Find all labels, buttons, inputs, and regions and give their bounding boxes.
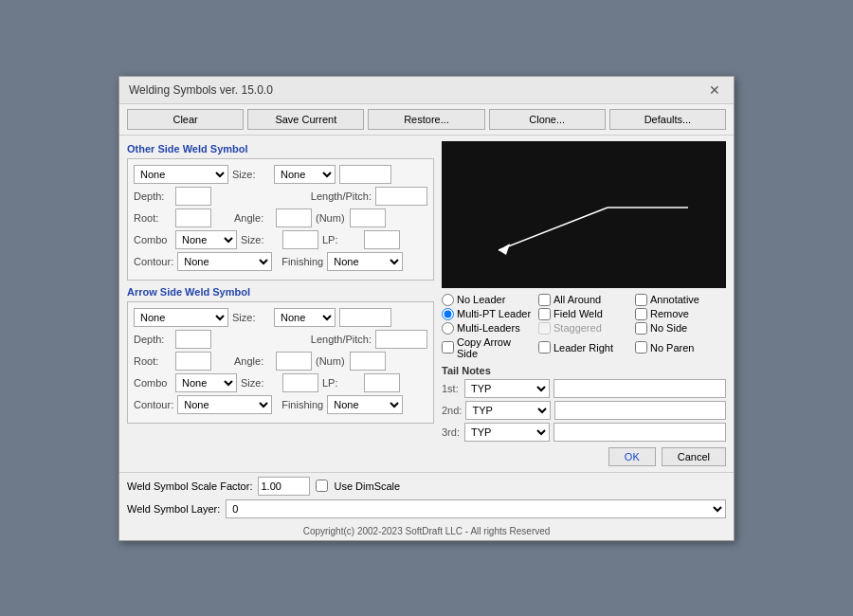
field-weld-option[interactable]: Field Weld	[538, 308, 629, 320]
tail-3rd-label: 3rd:	[442, 426, 461, 438]
staggered-label: Staggered	[554, 322, 602, 334]
leader-right-label: Leader Right	[554, 342, 613, 353]
multi-pt-radio[interactable]	[442, 308, 454, 320]
layer-row: Weld Symbol Layer: 0	[127, 499, 726, 518]
tail-row-2: 2nd: TYP	[442, 401, 726, 420]
layer-label: Weld Symbol Layer:	[127, 503, 220, 515]
close-button[interactable]: ✕	[705, 82, 724, 98]
arrow-side-weld-type[interactable]: None	[134, 308, 228, 327]
arrow-contour-select[interactable]: None	[177, 395, 272, 414]
no-side-option[interactable]: No Side	[635, 322, 726, 335]
arrow-finishing-label: Finishing	[281, 399, 323, 410]
no-paren-option[interactable]: No Paren	[635, 336, 726, 359]
all-around-checkbox[interactable]	[538, 294, 551, 306]
other-size-select[interactable]: None	[274, 165, 336, 184]
copy-arrow-checkbox[interactable]	[442, 341, 454, 353]
arrow-size-select[interactable]: None	[274, 308, 336, 327]
arrow-size-input[interactable]	[339, 308, 391, 327]
arrow-side-row4: Combo None Size: LP:	[134, 373, 427, 392]
other-side-row5: Contour: None Finishing None	[134, 252, 427, 271]
arrow-contour-label: Contour:	[134, 399, 173, 410]
other-combo-select[interactable]: None	[175, 230, 237, 249]
arrow-root-input[interactable]	[175, 352, 211, 371]
main-dialog: Welding Symbols ver. 15.0.0 ✕ Clear Save…	[118, 76, 735, 541]
other-lp-input[interactable]	[375, 187, 427, 206]
tail-2nd-select[interactable]: TYP	[465, 401, 551, 420]
cancel-button[interactable]: Cancel	[662, 447, 726, 466]
other-lp2-label: LP:	[322, 234, 360, 245]
multi-leaders-label: Multi-Leaders	[457, 322, 520, 334]
arrow-num-input[interactable]	[350, 352, 386, 371]
no-leader-option[interactable]: No Leader	[442, 294, 533, 306]
save-current-button[interactable]: Save Current	[247, 109, 364, 130]
arrow-size2-input[interactable]	[282, 373, 318, 392]
clone-button[interactable]: Clone...	[489, 109, 606, 130]
main-content: Other Side Weld Symbol None Size: None D…	[119, 136, 734, 472]
arrow-combo-label: Combo	[134, 377, 172, 389]
other-size-input[interactable]	[339, 165, 391, 184]
bottom-section: Weld Symbol Scale Factor: 1.00 Use DimSc…	[119, 472, 734, 526]
arrow-angle-input[interactable]	[276, 352, 312, 371]
layer-select[interactable]: 0	[226, 499, 726, 518]
restore-button[interactable]: Restore...	[368, 109, 484, 130]
arrow-finishing-select[interactable]: None	[327, 395, 403, 414]
other-finishing-select[interactable]: None	[327, 252, 403, 271]
use-dimscale-checkbox[interactable]	[316, 480, 328, 492]
arrow-root-label: Root:	[134, 355, 172, 367]
clear-button[interactable]: Clear	[127, 109, 244, 130]
arrow-lp-label: Length/Pitch:	[311, 334, 372, 345]
arrow-size2-label: Size:	[241, 377, 279, 389]
other-lp2-input[interactable]	[364, 230, 400, 249]
leader-right-option[interactable]: Leader Right	[538, 336, 629, 359]
other-root-label: Root:	[134, 212, 172, 224]
other-side-weld-type[interactable]: None	[134, 165, 228, 184]
other-side-row4: Combo None Size: LP:	[134, 230, 427, 249]
other-size2-input[interactable]	[282, 230, 318, 249]
copy-arrow-option[interactable]: Copy Arrow Side	[442, 336, 533, 359]
tail-notes-label: Tail Notes	[442, 365, 726, 376]
defaults-button[interactable]: Defaults...	[609, 109, 726, 130]
ok-button[interactable]: OK	[608, 447, 656, 466]
tail-2nd-input[interactable]	[554, 401, 726, 420]
other-root-input[interactable]	[175, 208, 211, 227]
no-side-checkbox[interactable]	[635, 322, 647, 335]
preview-box	[442, 141, 726, 288]
other-finishing-label: Finishing	[281, 256, 323, 267]
other-contour-select[interactable]: None	[177, 252, 272, 271]
tail-1st-input[interactable]	[554, 379, 726, 398]
multi-pt-option[interactable]: Multi-PT Leader	[442, 308, 533, 320]
annotative-option[interactable]: Annotative	[635, 294, 726, 306]
remove-checkbox[interactable]	[635, 308, 647, 320]
other-num-input[interactable]	[350, 208, 386, 227]
tail-3rd-input[interactable]	[554, 423, 726, 442]
multi-leaders-radio[interactable]	[442, 322, 454, 335]
annotative-checkbox[interactable]	[635, 294, 647, 306]
arrow-combo-select[interactable]: None	[175, 373, 237, 392]
remove-option[interactable]: Remove	[635, 308, 726, 320]
tail-row-1: 1st: TYP	[442, 379, 726, 398]
arrow-depth-input[interactable]	[175, 330, 211, 349]
tail-1st-select[interactable]: TYP	[464, 379, 550, 398]
staggered-option[interactable]: Staggered	[538, 322, 629, 335]
leader-right-checkbox[interactable]	[538, 341, 551, 353]
multi-leaders-option[interactable]: Multi-Leaders	[442, 322, 533, 335]
arrow-lp-input[interactable]	[375, 330, 427, 349]
all-around-option[interactable]: All Around	[538, 294, 629, 306]
copyright: Copyright(c) 2002-2023 SoftDraft LLC - A…	[119, 526, 734, 540]
other-angle-input[interactable]	[276, 208, 312, 227]
other-combo-label: Combo	[134, 234, 172, 245]
other-side-label: Other Side Weld Symbol	[127, 143, 434, 154]
arrow-lp2-input[interactable]	[364, 373, 400, 392]
scale-input[interactable]: 1.00	[258, 477, 310, 496]
staggered-checkbox[interactable]	[538, 322, 551, 335]
field-weld-checkbox[interactable]	[538, 308, 551, 320]
arrow-side-label: Arrow Side Weld Symbol	[127, 286, 434, 298]
other-side-section: None Size: None Depth: Length/Pitch:	[127, 158, 434, 281]
arrow-depth-label: Depth:	[134, 334, 172, 345]
no-paren-checkbox[interactable]	[635, 341, 647, 353]
field-weld-label: Field Weld	[554, 308, 603, 319]
other-depth-input[interactable]	[175, 187, 211, 206]
tail-3rd-select[interactable]: TYP	[464, 423, 550, 442]
other-side-row3: Root: Angle: (Num)	[134, 208, 427, 227]
no-leader-radio[interactable]	[442, 294, 454, 306]
